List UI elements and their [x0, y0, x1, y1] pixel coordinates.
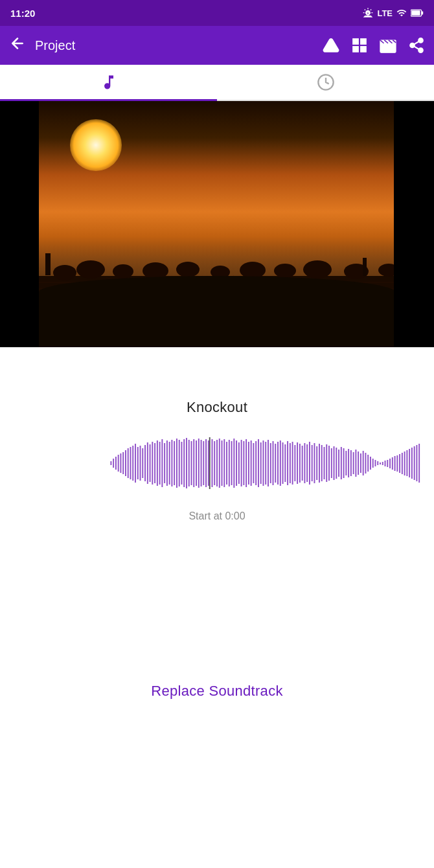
svg-rect-101: [258, 439, 259, 487]
svg-rect-82: [212, 439, 213, 487]
svg-rect-126: [319, 444, 320, 483]
svg-point-23: [76, 260, 105, 279]
svg-rect-150: [377, 461, 378, 465]
svg-rect-103: [263, 440, 264, 486]
svg-rect-71: [186, 438, 187, 488]
svg-rect-1: [422, 12, 424, 15]
svg-rect-127: [321, 445, 323, 481]
tab-history[interactable]: [217, 65, 434, 100]
svg-rect-90: [231, 441, 233, 485]
svg-rect-139: [350, 450, 352, 476]
svg-rect-110: [280, 440, 281, 486]
svg-rect-121: [306, 444, 308, 482]
svg-rect-77: [201, 440, 202, 486]
clapperboard-icon[interactable]: [380, 37, 396, 54]
svg-rect-58: [154, 443, 155, 483]
svg-rect-107: [273, 441, 274, 485]
grid-icon[interactable]: [351, 37, 368, 54]
svg-rect-65: [171, 440, 172, 486]
svg-rect-99: [253, 443, 254, 483]
svg-rect-6: [361, 39, 366, 44]
svg-rect-85: [219, 439, 220, 488]
svg-rect-156: [392, 457, 393, 470]
svg-rect-83: [214, 441, 215, 485]
alarm-icon: [363, 8, 373, 18]
share-icon[interactable]: [408, 37, 425, 54]
waveform[interactable]: // Will be rendered by inline bars below: [13, 434, 421, 492]
svg-rect-54: [144, 445, 146, 481]
svg-rect-149: [375, 460, 376, 466]
svg-rect-49: [132, 446, 133, 481]
svg-rect-50: [135, 444, 136, 483]
svg-rect-153: [385, 461, 386, 466]
svg-rect-95: [243, 441, 244, 485]
svg-rect-46: [125, 450, 126, 476]
svg-rect-5: [353, 39, 358, 44]
svg-rect-122: [309, 442, 310, 485]
svg-rect-155: [389, 459, 391, 468]
svg-rect-64: [169, 442, 170, 485]
svg-point-26: [176, 262, 200, 277]
svg-rect-125: [316, 446, 317, 480]
svg-rect-130: [328, 446, 330, 481]
warning-icon[interactable]: [323, 37, 339, 54]
signal-icon: [396, 8, 407, 18]
lte-label: LTE: [377, 8, 393, 18]
svg-rect-104: [265, 442, 266, 485]
svg-rect-98: [251, 440, 252, 486]
svg-rect-91: [233, 439, 234, 488]
svg-rect-45: [122, 452, 124, 474]
svg-rect-40: [110, 461, 111, 465]
app-bar-actions: [323, 37, 425, 54]
replace-soundtrack-button[interactable]: Replace Soundtrack: [112, 671, 322, 711]
svg-rect-152: [382, 462, 383, 465]
music-note-icon: [100, 73, 118, 91]
svg-rect-79: [205, 439, 207, 487]
svg-rect-52: [140, 446, 141, 481]
svg-rect-44: [120, 453, 121, 473]
svg-rect-163: [409, 449, 410, 477]
svg-rect-114: [290, 443, 291, 483]
svg-rect-166: [416, 445, 417, 481]
svg-rect-157: [394, 456, 396, 471]
svg-rect-113: [287, 441, 288, 485]
svg-rect-92: [236, 440, 237, 486]
tab-music[interactable]: [0, 65, 217, 100]
svg-rect-75: [196, 440, 197, 486]
svg-rect-135: [341, 447, 342, 479]
black-bar-left: [0, 101, 40, 347]
svg-rect-67: [176, 439, 177, 488]
svg-rect-136: [343, 448, 345, 478]
svg-rect-80: [208, 440, 209, 486]
svg-rect-51: [137, 447, 139, 479]
back-button[interactable]: [9, 35, 26, 56]
video-player[interactable]: [0, 101, 434, 347]
svg-rect-55: [147, 442, 148, 484]
svg-rect-70: [183, 439, 185, 487]
svg-rect-123: [312, 445, 313, 481]
svg-rect-61: [161, 439, 163, 487]
svg-rect-109: [277, 442, 279, 485]
svg-rect-141: [355, 450, 356, 477]
svg-rect-94: [241, 440, 242, 486]
svg-rect-100: [255, 441, 257, 485]
status-icons: LTE: [363, 8, 424, 18]
svg-rect-76: [198, 439, 200, 488]
svg-rect-56: [150, 444, 151, 482]
svg-rect-96: [246, 439, 247, 487]
svg-rect-160: [402, 453, 403, 474]
svg-rect-41: [113, 459, 114, 468]
ground-silhouette: [39, 276, 395, 347]
svg-rect-72: [188, 440, 190, 486]
svg-rect-145: [365, 453, 366, 474]
svg-rect-66: [174, 441, 175, 485]
app-bar-title: Project: [35, 38, 75, 53]
svg-rect-117: [297, 442, 298, 484]
svg-rect-48: [130, 447, 131, 479]
svg-rect-115: [292, 442, 293, 485]
svg-rect-34: [363, 258, 367, 276]
svg-rect-47: [128, 448, 129, 478]
svg-rect-93: [238, 442, 240, 484]
svg-rect-9: [380, 42, 396, 52]
svg-rect-146: [367, 455, 369, 472]
